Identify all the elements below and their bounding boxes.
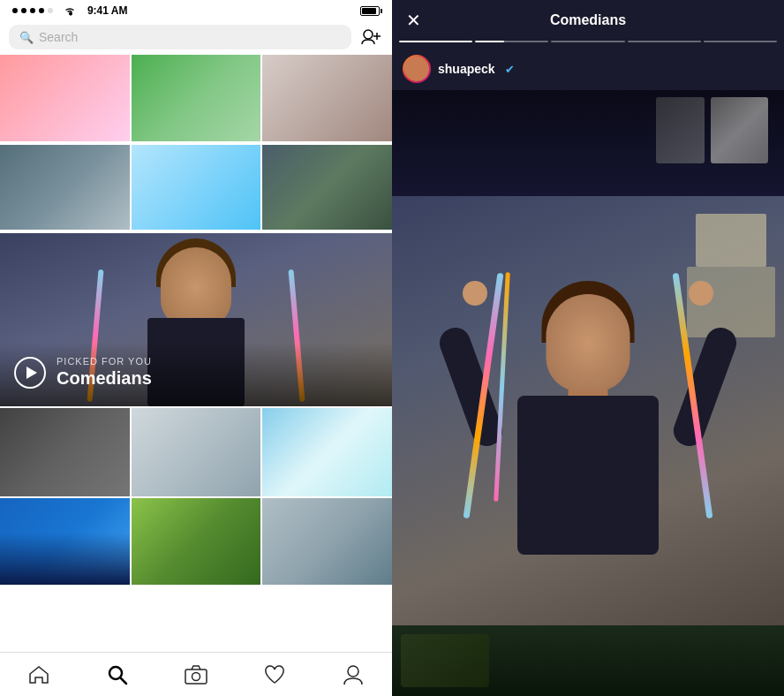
svg-rect-5 — [185, 670, 207, 684]
search-icon: 🔍 — [19, 31, 34, 44]
progress-bars — [392, 41, 784, 42]
story-avatar[interactable] — [403, 55, 431, 83]
add-person-button[interactable] — [358, 25, 383, 49]
room-element-cabinet — [696, 214, 766, 267]
thumbnail-row-2 — [0, 143, 392, 231]
body-shirt — [517, 396, 659, 555]
palm-bg — [132, 498, 261, 585]
play-button[interactable] — [14, 357, 46, 389]
signal-dot — [30, 8, 35, 13]
bottom-nav — [0, 652, 392, 696]
hand-right — [689, 281, 713, 306]
profile-icon — [343, 664, 363, 685]
thumbnail-palm[interactable] — [130, 498, 261, 585]
person-face — [161, 247, 231, 327]
story-top-area — [392, 90, 784, 196]
status-bar: 9:41 AM — [0, 0, 392, 19]
bottom-grid — [0, 408, 392, 652]
nav-home[interactable] — [19, 655, 58, 694]
signal-dot — [21, 8, 26, 13]
thumbnail-bridge[interactable] — [0, 145, 130, 230]
avatar-image — [404, 57, 429, 81]
story-title: Comedians — [550, 12, 626, 28]
face — [547, 294, 630, 391]
featured-overlay: PICKED FOR YOU Comedians — [0, 342, 392, 406]
add-person-icon — [361, 29, 381, 45]
thumbnail-flower[interactable] — [0, 55, 130, 141]
grid-area: PICKED FOR YOU Comedians — [0, 55, 392, 652]
story-main-image[interactable] — [392, 196, 784, 625]
thumbnail-person-dark[interactable] — [0, 408, 130, 496]
nav-camera[interactable] — [177, 655, 215, 694]
featured-title: Comedians — [57, 368, 152, 389]
status-right — [360, 6, 380, 16]
search-bar-row: 🔍 Search — [0, 19, 392, 55]
picked-for-you-label: PICKED FOR YOU — [57, 356, 152, 367]
bottom-row-2 — [0, 496, 392, 585]
wifi-icon — [64, 5, 76, 16]
svg-point-6 — [192, 672, 200, 680]
search-bar[interactable]: 🔍 Search — [9, 25, 351, 49]
battery-icon — [360, 6, 380, 16]
nav-search[interactable] — [98, 655, 137, 694]
progress-bar-2 — [475, 41, 548, 42]
signal-dot — [12, 8, 18, 13]
signal-dot — [39, 8, 44, 13]
thumbnail-lamp[interactable] — [260, 498, 392, 585]
story-user-row: shuapeck ✔ — [392, 49, 784, 90]
progress-bar-3 — [551, 41, 624, 42]
svg-point-3 — [109, 667, 122, 679]
hand-left — [463, 281, 487, 306]
search-nav-icon — [107, 664, 128, 685]
thumbnail-sky[interactable] — [130, 408, 261, 496]
shoes-image — [711, 97, 768, 163]
story-bottom-area — [392, 625, 784, 696]
gradient-overlay — [0, 533, 130, 585]
thumbnail-table[interactable] — [260, 55, 392, 141]
tree-hint — [401, 634, 489, 687]
play-icon — [26, 367, 37, 379]
thumbnail-plane[interactable] — [0, 498, 130, 585]
nav-profile[interactable] — [334, 655, 373, 694]
progress-bar-1 — [399, 41, 472, 42]
arm-left — [435, 323, 507, 450]
heart-icon — [264, 665, 285, 685]
search-placeholder-text: Search — [39, 30, 78, 44]
verified-badge: ✔ — [505, 63, 515, 76]
progress-bar-4 — [628, 41, 701, 42]
svg-line-4 — [121, 678, 126, 684]
nav-activity[interactable] — [255, 655, 294, 694]
shoes-image-2 — [656, 97, 705, 163]
svg-point-0 — [364, 30, 373, 39]
status-left: 9:41 AM — [12, 3, 127, 19]
camera-icon — [185, 665, 207, 685]
thumbnail-park[interactable] — [130, 55, 261, 141]
thumbnail-car[interactable] — [260, 145, 392, 230]
bottom-row-1 — [0, 408, 392, 496]
progress-bar-5 — [704, 41, 777, 42]
progress-fill-2 — [475, 41, 504, 42]
status-time: 9:41 AM — [87, 4, 128, 17]
right-panel: ✕ Comedians shuapeck ✔ — [392, 0, 784, 696]
story-header: ✕ Comedians — [392, 0, 784, 41]
thumbnail-row-1 — [0, 55, 392, 143]
signal-dot-empty — [48, 8, 53, 13]
featured-text: PICKED FOR YOU Comedians — [57, 356, 152, 389]
close-button[interactable]: ✕ — [406, 11, 421, 29]
story-person — [447, 272, 729, 625]
progress-fill-1 — [399, 41, 472, 42]
featured-card[interactable]: PICKED FOR YOU Comedians — [0, 231, 392, 408]
left-panel: 9:41 AM 🔍 Search — [0, 0, 392, 696]
home-icon — [28, 665, 49, 685]
story-username[interactable]: shuapeck — [438, 62, 495, 76]
svg-point-7 — [348, 666, 358, 677]
thumbnail-ferris[interactable] — [260, 408, 392, 496]
thumbnail-lake[interactable] — [130, 145, 261, 230]
